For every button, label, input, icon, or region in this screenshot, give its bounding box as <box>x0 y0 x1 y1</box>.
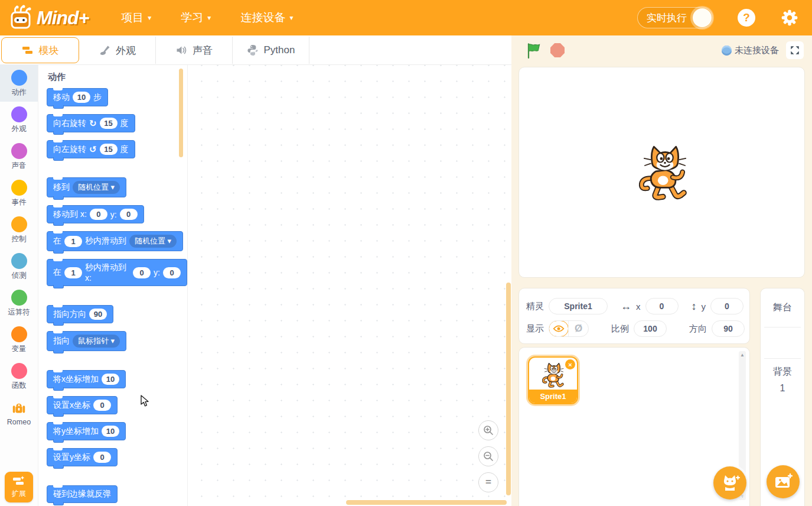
code-workspace[interactable]: = <box>187 65 511 506</box>
sidebar-item-operators[interactable]: 运算符 <box>0 285 38 322</box>
block-text: y: <box>154 268 160 277</box>
palette-block-move-steps[interactable]: 移动10步 <box>47 88 108 106</box>
sprite-x-input[interactable]: 0 <box>645 298 679 314</box>
sprite-scale-input[interactable]: 100 <box>634 320 667 337</box>
workspace-vertical-scrollbar[interactable] <box>506 283 511 495</box>
category-color-dot <box>11 326 27 342</box>
sidebar-item-events[interactable]: 事件 <box>0 175 38 212</box>
block-dropdown[interactable]: 鼠标指针 ▾ <box>73 335 120 348</box>
palette-block-point-towards[interactable]: 指向鼠标指针 ▾ <box>47 331 126 351</box>
stage-backdrop-column[interactable]: 舞台 背景 1 <box>760 288 805 506</box>
block-number-input[interactable]: 0 <box>93 452 111 463</box>
tab-sounds[interactable]: 声音 <box>156 37 233 64</box>
palette-block-set-x[interactable]: 设置x坐标0 <box>47 396 118 414</box>
palette-block-glide-random[interactable]: 在1秒内滑动到随机位置 ▾ <box>47 231 183 251</box>
tab-python[interactable]: Python <box>233 37 309 64</box>
green-flag-button[interactable] <box>526 43 542 59</box>
sidebar-item-functions[interactable]: 函数 <box>0 358 38 395</box>
block-number-input[interactable]: 15 <box>100 144 118 155</box>
stage-canvas[interactable] <box>518 67 805 278</box>
block-number-input[interactable]: 0 <box>90 209 107 220</box>
block-number-input[interactable]: 10 <box>73 92 90 103</box>
extension-button[interactable]: 扩展 <box>5 472 33 502</box>
sidebar-item-sound[interactable]: 声音 <box>0 138 38 175</box>
sidebar-item-motion[interactable]: 动作 <box>0 65 38 102</box>
sprite-y-input[interactable]: 0 <box>710 298 743 314</box>
block-text: 在 <box>53 267 61 278</box>
block-number-input[interactable]: 0 <box>163 267 181 278</box>
zoom-reset-button[interactable]: = <box>478 472 498 492</box>
block-number-input[interactable]: 0 <box>93 400 111 411</box>
menu-connect-device[interactable]: 连接设备▾ <box>240 10 293 25</box>
sidebar-item-romeo[interactable]: Romeo <box>0 395 38 432</box>
menu-learn[interactable]: 学习▾ <box>181 10 211 25</box>
block-number-input[interactable]: 0 <box>133 267 151 278</box>
palette-block-change-y[interactable]: 将y坐标增加10 <box>47 422 126 440</box>
sidebar-item-variables[interactable]: 变量 <box>0 322 38 358</box>
workspace-horizontal-scrollbar[interactable] <box>346 500 507 505</box>
palette-block-bounce-edge[interactable]: 碰到边缘就反弹 <box>47 485 118 503</box>
block-number-input[interactable]: 0 <box>120 209 138 220</box>
block-text: 向左旋转 <box>53 144 86 155</box>
y-label: y <box>702 301 706 312</box>
fullscreen-button[interactable] <box>786 41 804 59</box>
scroll-up-icon[interactable]: ▲ <box>740 351 745 359</box>
palette-block-set-y[interactable]: 设置y坐标0 <box>47 448 118 466</box>
add-sprite-button[interactable] <box>713 466 746 499</box>
block-number-input[interactable]: 15 <box>100 118 118 129</box>
menu-label: 连接设备 <box>240 10 285 25</box>
help-button[interactable]: ? <box>738 9 755 27</box>
blocks-icon <box>22 44 34 56</box>
sidebar-item-control[interactable]: 控制 <box>0 212 38 248</box>
block-number-input[interactable]: 10 <box>102 374 119 385</box>
palette-block-turn-left[interactable]: 向左旋转↺15度 <box>47 140 135 158</box>
category-label: 函数 <box>12 381 27 391</box>
menu-project[interactable]: 项目▾ <box>121 10 151 25</box>
tab-costumes[interactable]: 外观 <box>79 37 156 64</box>
block-text: 将x坐标增加 <box>53 374 99 385</box>
realtime-execute-toggle[interactable]: 实时执行 <box>637 7 713 28</box>
sprite-card[interactable]: × Sprite1 <box>528 356 578 404</box>
realtime-toggle-label: 实时执行 <box>647 11 687 25</box>
sprite-name-input[interactable]: Sprite1 <box>549 298 608 314</box>
tab-label: 模块 <box>39 44 59 57</box>
add-backdrop-icon <box>774 472 793 491</box>
block-dropdown[interactable]: 随机位置 ▾ <box>129 235 177 248</box>
add-backdrop-button[interactable] <box>767 465 800 498</box>
chevron-down-icon: ▾ <box>207 14 211 22</box>
palette-scrollbar[interactable] <box>179 69 183 157</box>
zoom-out-icon <box>483 451 494 462</box>
stage-sprite-cat[interactable] <box>632 140 697 205</box>
block-number-input[interactable]: 10 <box>102 426 119 437</box>
category-label: 声音 <box>12 161 27 171</box>
palette-block-change-x[interactable]: 将x坐标增加10 <box>47 370 126 388</box>
zoom-in-button[interactable] <box>478 420 498 440</box>
sidebar-item-sensing[interactable]: 侦测 <box>0 248 38 285</box>
category-label: 运算符 <box>8 307 30 317</box>
palette-block-goto-random[interactable]: 移到随机位置 ▾ <box>47 177 126 197</box>
sprite-direction-input[interactable]: 90 <box>712 320 745 337</box>
block-category-sidebar: 动作外观声音事件控制侦测运算符变量函数Romeo 扩展 <box>0 65 38 506</box>
sidebar-item-looks[interactable]: 外观 <box>0 102 38 138</box>
palette-block-glide-xy[interactable]: 在1秒内滑动到 x:0y:0 <box>47 259 187 286</box>
zoom-out-button[interactable] <box>478 446 498 466</box>
app-logo[interactable]: Mind+ <box>7 4 89 31</box>
stop-button[interactable] <box>550 43 565 57</box>
block-number-input[interactable]: 1 <box>64 267 82 278</box>
palette-block-turn-right[interactable]: 向右旋转↻15度 <box>47 114 135 132</box>
delete-sprite-button[interactable]: × <box>565 359 575 369</box>
block-number-input[interactable]: 90 <box>89 309 107 320</box>
block-palette: 动作 移动10步向右旋转↻15度向左旋转↺15度移到随机位置 ▾移动到 x:0y… <box>38 65 187 506</box>
show-sprite-button[interactable] <box>549 320 569 337</box>
palette-block-goto-xy[interactable]: 移动到 x:0y:0 <box>47 205 144 223</box>
category-label: 动作 <box>12 87 27 98</box>
block-dropdown[interactable]: 随机位置 ▾ <box>73 181 120 194</box>
block-text: 度 <box>120 144 129 155</box>
tab-blocks[interactable]: 模块 <box>1 37 79 63</box>
fullscreen-icon <box>790 45 800 56</box>
hide-sprite-button[interactable]: Ø <box>568 321 588 336</box>
block-number-input[interactable]: 1 <box>64 236 82 247</box>
device-status[interactable]: 未连接设备 <box>722 45 779 56</box>
settings-button[interactable] <box>780 8 799 27</box>
palette-block-point-direction[interactable]: 指向方向90 <box>47 305 113 323</box>
